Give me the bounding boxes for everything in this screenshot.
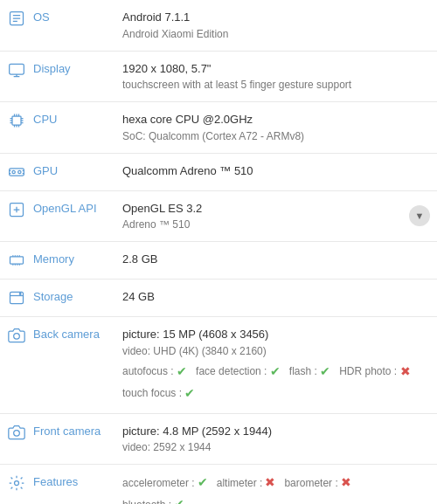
label-frontcamera: Front camera: [0, 414, 114, 465]
features-icon: [7, 473, 26, 493]
svg-rect-3: [10, 168, 24, 175]
main-value-gpu: Qualcomm Adreno ™ 510: [122, 162, 428, 180]
check-icon: ✔: [174, 497, 184, 504]
sub-value-cpu: SoC: Qualcomm (Cortex A72 - ARMv8): [122, 128, 428, 144]
cross-icon: ✖: [341, 475, 351, 489]
label-features: Features: [0, 465, 114, 504]
value-frontcamera: picture: 4.8 MP (2592 x 1944)video: 2592…: [114, 414, 437, 465]
label-text-storage: Storage: [33, 288, 73, 303]
row-display: Display1920 x 1080, 5.7"touchscreen with…: [0, 52, 437, 103]
svg-point-5: [18, 170, 21, 173]
cf2-touch-focus: touch focus : ✔: [122, 384, 195, 403]
main-value-memory: 2.8 GB: [122, 251, 428, 268]
gpu-icon: [7, 162, 26, 182]
svg-point-9: [19, 293, 21, 295]
label-text-display: Display: [33, 60, 71, 75]
main-value-opengl: OpenGL ES 3.2: [122, 200, 428, 217]
opengl-expand-button[interactable]: ▼: [409, 205, 430, 226]
value-gpu: Qualcomm Adreno ™ 510: [114, 154, 437, 190]
row-features: Featuresaccelerometer :✔altimeter :✖baro…: [0, 465, 437, 504]
sub-value-opengl: Adreno ™ 510: [122, 217, 428, 232]
value-display: 1920 x 1080, 5.7"touchscreen with at lea…: [114, 52, 437, 102]
label-memory: Memory: [0, 242, 114, 279]
check-icon: ✔: [177, 362, 187, 381]
row-cpu: CPUhexa core CPU @2.0GHzSoC: Qualcomm (C…: [0, 102, 437, 154]
svg-point-12: [15, 481, 19, 486]
check-icon: ✔: [184, 384, 195, 403]
cf-flash: flash : ✔: [289, 362, 330, 381]
frontcamera-icon: [7, 423, 26, 442]
label-cpu: CPU: [0, 102, 114, 153]
label-text-features: Features: [33, 473, 78, 488]
os-icon: [7, 9, 26, 28]
label-text-frontcamera: Front camera: [33, 423, 101, 438]
feature-bluetooth: bluetooth :✔: [122, 495, 184, 504]
main-value-cpu: hexa core CPU @2.0GHz: [122, 111, 428, 128]
check-icon: ✔: [320, 362, 330, 381]
cf-HDR-photo: HDR photo : ✖: [339, 362, 410, 381]
sub-value-os: Android Xiaomi Edition: [122, 26, 428, 42]
feature-altimeter: altimeter :✖: [217, 473, 276, 492]
label-os: OS: [0, 0, 114, 51]
display-icon: [7, 60, 26, 79]
check-icon: ✔: [198, 475, 208, 489]
svg-rect-2: [12, 116, 21, 125]
cf-face-detection: face detection : ✔: [196, 362, 281, 381]
opengl-icon: [7, 200, 26, 219]
sub-value-backcamera: video: UHD (4K) (3840 x 2160): [122, 343, 428, 359]
row-memory: Memory2.8 GB: [0, 242, 437, 280]
label-text-os: OS: [33, 9, 50, 24]
row-opengl: OpenGL APIOpenGL ES 3.2Adreno ™ 510▼: [0, 191, 437, 243]
main-value-storage: 24 GB: [122, 288, 428, 306]
sub-value-frontcamera: video: 2592 x 1944: [122, 439, 428, 455]
value-features: accelerometer :✔altimeter :✖barometer :✖…: [114, 465, 437, 504]
svg-point-10: [14, 334, 20, 340]
main-value-frontcamera: picture: 4.8 MP (2592 x 1944): [122, 423, 428, 440]
value-memory: 2.8 GB: [114, 242, 437, 279]
value-storage: 24 GB: [114, 280, 437, 316]
feature-accelerometer: accelerometer :✔: [122, 473, 208, 492]
svg-rect-1: [10, 64, 24, 74]
main-value-display: 1920 x 1080, 5.7": [122, 60, 428, 78]
label-backcamera: Back camera: [0, 317, 114, 413]
check-icon: ✔: [270, 362, 281, 381]
row-frontcamera: Front camerapicture: 4.8 MP (2592 x 1944…: [0, 414, 437, 466]
row-storage: Storage24 GB: [0, 280, 437, 317]
storage-icon: [7, 288, 26, 307]
cf-autofocus: autofocus : ✔: [122, 362, 187, 381]
sub-value-display: touchscreen with at least 5 finger gestu…: [122, 77, 428, 93]
label-text-memory: Memory: [33, 251, 74, 266]
value-backcamera: picture: 15 MP (4608 x 3456)video: UHD (…: [114, 317, 437, 413]
cross-icon: ✖: [265, 475, 275, 489]
feature-barometer: barometer :✖: [284, 473, 350, 492]
label-storage: Storage: [0, 280, 114, 316]
row-gpu: GPUQualcomm Adreno ™ 510: [0, 154, 437, 191]
row-os: OSAndroid 7.1.1Android Xiaomi Edition: [0, 0, 437, 52]
label-text-opengl: OpenGL API: [33, 200, 97, 215]
chevron-down-icon: ▼: [415, 211, 425, 221]
label-opengl: OpenGL API: [0, 191, 114, 242]
svg-point-4: [12, 170, 15, 173]
value-opengl: OpenGL ES 3.2Adreno ™ 510: [114, 191, 437, 242]
spec-table: OSAndroid 7.1.1Android Xiaomi EditionDis…: [0, 0, 437, 504]
memory-icon: [7, 251, 26, 270]
main-value-backcamera: picture: 15 MP (4608 x 3456): [122, 326, 428, 343]
main-value-os: Android 7.1.1: [122, 9, 428, 26]
svg-point-11: [14, 430, 20, 436]
label-text-cpu: CPU: [33, 111, 57, 126]
label-display: Display: [0, 52, 114, 102]
cpu-icon: [7, 111, 26, 130]
label-text-backcamera: Back camera: [33, 326, 100, 341]
camera-features-backcamera: autofocus : ✔face detection : ✔flash : ✔…: [122, 362, 428, 403]
svg-rect-7: [10, 257, 24, 264]
camera-icon: [7, 326, 26, 345]
value-os: Android 7.1.1Android Xiaomi Edition: [114, 0, 437, 51]
cross-icon: ✖: [400, 362, 411, 381]
label-gpu: GPU: [0, 154, 114, 190]
row-backcamera: Back camerapicture: 15 MP (4608 x 3456)v…: [0, 317, 437, 414]
value-cpu: hexa core CPU @2.0GHzSoC: Qualcomm (Cort…: [114, 102, 437, 153]
label-text-gpu: GPU: [33, 162, 58, 177]
